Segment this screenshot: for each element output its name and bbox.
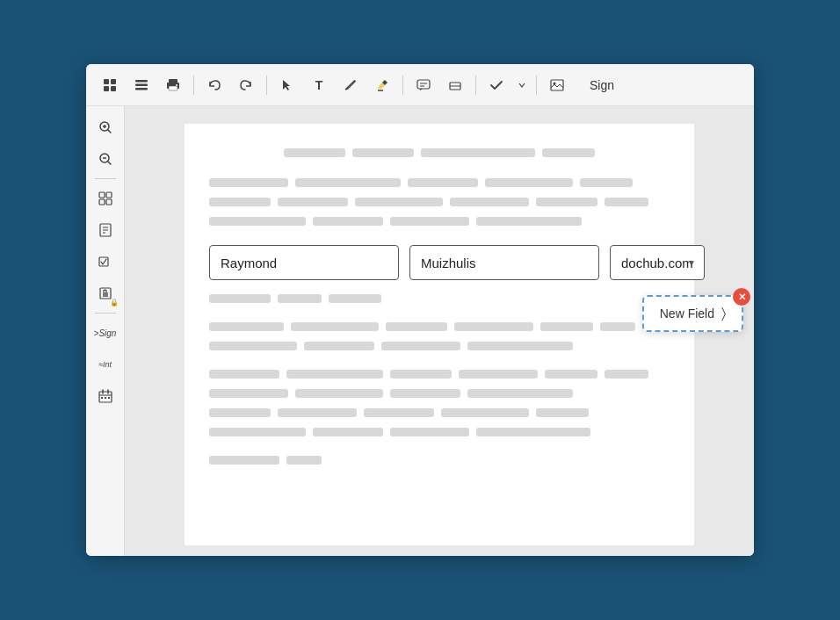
signature-sidebar-button[interactable]: >Sign	[91, 319, 119, 347]
svg-rect-31	[106, 199, 112, 205]
toolbar: T	[86, 64, 754, 106]
svg-rect-2	[104, 86, 109, 91]
initials-icon: ≈Int	[98, 360, 112, 369]
date-sidebar-button[interactable]	[91, 382, 119, 410]
text-block-2	[209, 294, 670, 308]
eraser-button[interactable]	[442, 72, 468, 98]
new-field-close-button[interactable]: ✕	[733, 288, 750, 306]
svg-rect-14	[417, 80, 430, 89]
text-block-3	[209, 322, 670, 356]
grid-view-button[interactable]	[97, 72, 123, 98]
highlight-button[interactable]	[369, 72, 395, 98]
svg-rect-5	[135, 83, 148, 86]
comment-button[interactable]	[410, 72, 437, 98]
checkmark-button[interactable]	[483, 72, 510, 98]
initials-sidebar-button[interactable]: ≈Int	[91, 350, 119, 378]
svg-rect-28	[99, 192, 105, 198]
list-view-button[interactable]	[128, 72, 155, 98]
new-field-popup: ✕ New Field 〉	[642, 295, 743, 332]
header-placeholders	[209, 148, 670, 162]
svg-rect-3	[111, 86, 116, 91]
domain-select-wrapper: dochub.com gmail.com yahoo.com	[610, 245, 705, 280]
svg-rect-0	[104, 79, 109, 84]
separator-5	[536, 76, 537, 95]
domain-select[interactable]: dochub.com gmail.com yahoo.com	[610, 245, 705, 280]
cursor-icon: 〉	[721, 306, 726, 321]
document-page: dochub.com gmail.com yahoo.com	[185, 124, 694, 545]
lock-badge-icon: 🔒	[110, 299, 119, 306]
first-name-field[interactable]	[209, 245, 399, 280]
svg-rect-29	[106, 192, 112, 198]
svg-point-11	[176, 84, 177, 86]
undo-button[interactable]	[201, 72, 228, 98]
form-fields-row: dochub.com gmail.com yahoo.com	[209, 245, 670, 280]
editor-body: 🔒 >Sign ≈Int	[86, 106, 754, 556]
svg-rect-19	[551, 80, 563, 90]
separator-1	[193, 76, 194, 95]
text-button[interactable]: T	[306, 72, 332, 98]
svg-rect-4	[135, 80, 148, 83]
text-block-1	[209, 178, 670, 231]
image-button[interactable]	[544, 72, 570, 98]
select-button[interactable]	[274, 72, 301, 98]
svg-rect-30	[99, 199, 105, 205]
document-area: dochub.com gmail.com yahoo.com	[125, 106, 754, 556]
form-fields-button[interactable]	[91, 248, 119, 276]
svg-rect-45	[108, 397, 110, 399]
separator-2	[266, 76, 267, 95]
left-sidebar: 🔒 >Sign ≈Int	[86, 106, 125, 556]
new-field-label: New Field	[660, 306, 714, 321]
header-placeholder-4	[542, 148, 595, 157]
separator-4	[475, 76, 476, 95]
last-name-field[interactable]	[409, 245, 599, 280]
redo-button[interactable]	[233, 72, 259, 98]
sidebar-sep-2	[95, 313, 116, 314]
svg-rect-6	[135, 88, 148, 90]
locked-fields-button[interactable]: 🔒	[91, 279, 119, 307]
svg-rect-9	[169, 86, 177, 90]
svg-line-26	[107, 162, 111, 165]
svg-rect-1	[111, 79, 116, 84]
svg-rect-44	[105, 397, 106, 399]
footer-placeholder	[209, 456, 670, 470]
svg-rect-38	[103, 292, 108, 297]
text-icon: T	[315, 78, 323, 92]
sidebar-sep-1	[95, 178, 116, 179]
svg-rect-43	[101, 397, 103, 399]
header-placeholder-2	[352, 148, 414, 157]
header-placeholder-1	[284, 148, 345, 157]
zoom-in-button[interactable]	[91, 113, 119, 141]
signature-icon: >Sign	[94, 328, 117, 338]
sign-button[interactable]: Sign	[579, 75, 625, 96]
editor-window: T	[86, 64, 754, 556]
zoom-out-button[interactable]	[91, 145, 119, 173]
svg-line-22	[107, 130, 111, 133]
pen-button[interactable]	[337, 72, 364, 98]
header-placeholder-3	[421, 148, 535, 157]
checkmark-dropdown-button[interactable]	[515, 72, 529, 98]
print-button[interactable]	[160, 72, 186, 98]
separator-3	[402, 76, 403, 95]
thumbnails-button[interactable]	[91, 184, 119, 213]
text-block-4	[209, 370, 670, 442]
bookmarks-button[interactable]	[91, 216, 119, 244]
